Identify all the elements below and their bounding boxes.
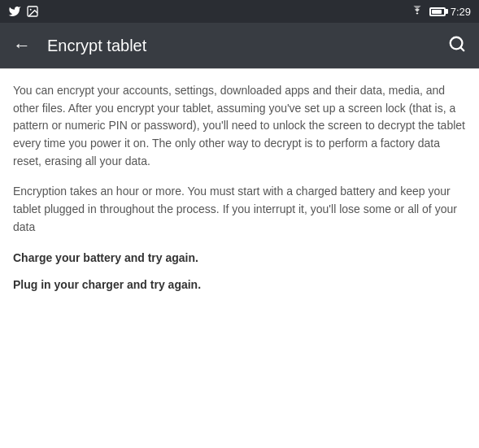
toolbar-left: ← Encrypt tablet (13, 35, 146, 56)
paragraph-2: Encryption takes an hour or more. You mu… (13, 183, 466, 236)
back-icon: ← (13, 35, 31, 56)
status-bar-right: 7:29 (410, 6, 471, 18)
battery-icon (429, 7, 446, 16)
status-bar-left (8, 5, 39, 18)
status-bar: 7:29 (0, 0, 479, 23)
toolbar: ← Encrypt tablet (0, 23, 479, 68)
twitter-icon (8, 5, 21, 18)
search-button[interactable] (448, 35, 466, 57)
search-icon (448, 35, 466, 53)
warning-charger: Plug in your charger and try again. (13, 276, 466, 294)
status-time: 7:29 (451, 6, 471, 18)
content-area: You can encrypt your accounts, settings,… (0, 69, 479, 448)
svg-point-1 (30, 9, 32, 11)
paragraph-1: You can encrypt your accounts, settings,… (13, 82, 466, 170)
image-icon (26, 5, 39, 18)
page-title: Encrypt tablet (47, 37, 146, 55)
svg-line-3 (460, 47, 464, 50)
back-button[interactable]: ← (13, 35, 31, 56)
wifi-icon (410, 6, 425, 17)
warning-battery: Charge your battery and try again. (13, 250, 466, 267)
